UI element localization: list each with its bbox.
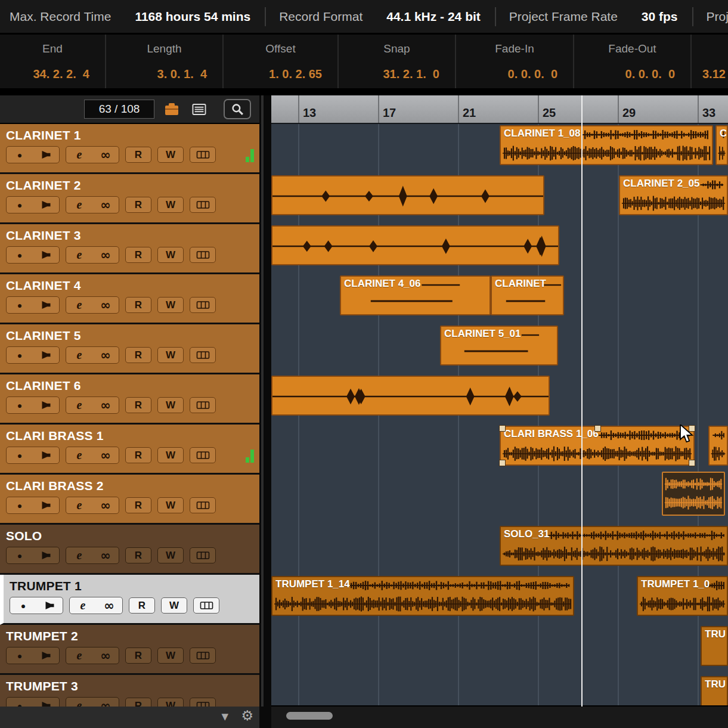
track-clarinet-1[interactable]: CLARINET 1●e∞RW bbox=[0, 124, 259, 174]
monitor-button[interactable] bbox=[36, 597, 63, 614]
audio-event[interactable] bbox=[271, 225, 559, 265]
track-trumpet-1[interactable]: TRUMPET 1●e∞RW bbox=[0, 575, 259, 625]
audio-event[interactable]: TRUMPET 1_14 bbox=[271, 576, 574, 616]
chevron-down-icon[interactable]: ▼ bbox=[221, 711, 228, 722]
edit-channel-button[interactable]: e bbox=[66, 347, 92, 363]
read-automation-button[interactable]: R bbox=[125, 547, 151, 563]
edit-channel-button[interactable]: e bbox=[66, 247, 92, 263]
write-automation-button[interactable]: W bbox=[157, 547, 184, 563]
transport-field-length[interactable]: Length3. 0. 1. 4 bbox=[106, 35, 224, 88]
edit-channel-button[interactable]: e bbox=[66, 197, 92, 213]
write-automation-button[interactable]: W bbox=[157, 698, 184, 707]
record-button[interactable]: ● bbox=[7, 447, 33, 463]
write-automation-button[interactable]: W bbox=[157, 497, 184, 513]
transport-field-snap[interactable]: Snap31. 2. 1. 0 bbox=[339, 35, 456, 88]
lanes-button[interactable] bbox=[190, 347, 216, 363]
clip-handle[interactable] bbox=[499, 460, 506, 466]
monitor-button[interactable] bbox=[33, 347, 59, 363]
timeline-grid[interactable]: CLARINET 1_08CCLARINET 2_05CLARINET 4_06… bbox=[271, 124, 728, 705]
read-automation-button[interactable]: R bbox=[125, 397, 151, 413]
track-clari-brass-2[interactable]: CLARI BRASS 2●e∞RW bbox=[0, 475, 259, 525]
inserts-bypass-button[interactable]: ∞ bbox=[92, 347, 119, 363]
track-list-button[interactable] bbox=[189, 100, 209, 119]
lanes-button[interactable] bbox=[193, 597, 219, 614]
lanes-button[interactable] bbox=[190, 147, 216, 163]
write-automation-button[interactable]: W bbox=[157, 347, 184, 363]
edit-channel-button[interactable]: e bbox=[70, 597, 96, 614]
lanes-button[interactable] bbox=[190, 397, 216, 413]
record-button[interactable]: ● bbox=[7, 497, 33, 513]
track-clarinet-3[interactable]: CLARINET 3●e∞RW bbox=[0, 224, 259, 274]
write-automation-button[interactable]: W bbox=[157, 447, 184, 463]
write-automation-button[interactable]: W bbox=[157, 397, 184, 413]
inserts-bypass-button[interactable]: ∞ bbox=[92, 648, 119, 664]
edit-channel-button[interactable]: e bbox=[66, 497, 92, 513]
track-clarinet-4[interactable]: CLARINET 4●e∞RW bbox=[0, 274, 259, 324]
inserts-bypass-button[interactable]: ∞ bbox=[92, 397, 119, 413]
record-button[interactable]: ● bbox=[7, 648, 33, 664]
lanes-button[interactable] bbox=[190, 648, 216, 664]
monitor-button[interactable] bbox=[33, 648, 59, 664]
lanes-button[interactable] bbox=[190, 297, 216, 313]
lanes-button[interactable] bbox=[190, 698, 216, 707]
record-button[interactable]: ● bbox=[7, 147, 33, 163]
audio-event[interactable]: SOLO_31 bbox=[500, 526, 728, 566]
record-button[interactable]: ● bbox=[7, 247, 33, 263]
read-automation-button[interactable]: R bbox=[125, 347, 151, 363]
record-button[interactable]: ● bbox=[7, 698, 33, 707]
audio-event[interactable] bbox=[662, 472, 725, 516]
track-trumpet-3[interactable]: TRUMPET 3●e∞RW bbox=[0, 675, 259, 707]
audio-event[interactable]: CLARINET 1_08 bbox=[500, 125, 713, 165]
write-automation-button[interactable]: W bbox=[157, 648, 184, 664]
audio-event[interactable]: CLARI BRASS 1_06 bbox=[500, 426, 695, 466]
clip-handle[interactable] bbox=[689, 460, 695, 466]
edit-channel-button[interactable]: e bbox=[66, 147, 92, 163]
lanes-button[interactable] bbox=[190, 247, 216, 263]
audio-event[interactable] bbox=[708, 426, 728, 466]
audio-event[interactable]: CLARINET 5_01 bbox=[440, 326, 558, 365]
read-automation-button[interactable]: R bbox=[125, 698, 151, 707]
clip-handle[interactable] bbox=[594, 425, 601, 432]
inserts-bypass-button[interactable]: ∞ bbox=[92, 447, 119, 463]
audio-event[interactable]: C bbox=[715, 125, 728, 165]
record-button[interactable]: ● bbox=[7, 547, 33, 563]
lanes-button[interactable] bbox=[190, 497, 216, 513]
monitor-button[interactable] bbox=[33, 397, 59, 413]
monitor-button[interactable] bbox=[33, 698, 59, 707]
record-button[interactable]: ● bbox=[7, 197, 33, 213]
edit-channel-button[interactable]: e bbox=[66, 297, 92, 313]
inserts-bypass-button[interactable]: ∞ bbox=[92, 698, 119, 707]
track-solo[interactable]: SOLO●e∞RW bbox=[0, 525, 259, 575]
read-automation-button[interactable]: R bbox=[125, 447, 151, 463]
monitor-button[interactable] bbox=[33, 147, 59, 163]
audio-event[interactable]: TRUMPET 1_0 bbox=[637, 576, 728, 616]
lanes-button[interactable] bbox=[190, 547, 216, 563]
audio-event[interactable]: CLARINET bbox=[491, 275, 564, 315]
monitor-button[interactable] bbox=[33, 497, 59, 513]
read-automation-button[interactable]: R bbox=[125, 147, 151, 163]
audio-event[interactable] bbox=[271, 376, 550, 416]
track-trumpet-2[interactable]: TRUMPET 2●e∞RW bbox=[0, 625, 259, 675]
inserts-bypass-button[interactable]: ∞ bbox=[92, 547, 119, 563]
write-automation-button[interactable]: W bbox=[157, 147, 184, 163]
inserts-bypass-button[interactable]: ∞ bbox=[96, 597, 122, 614]
transport-field-fadeout[interactable]: Fade-Out0. 0. 0. 0 bbox=[574, 35, 692, 88]
read-automation-button[interactable]: R bbox=[125, 497, 151, 513]
audio-event[interactable] bbox=[271, 175, 544, 215]
track-clarinet-2[interactable]: CLARINET 2●e∞RW bbox=[0, 174, 259, 224]
search-button[interactable] bbox=[224, 99, 251, 119]
audio-event[interactable]: TRU bbox=[701, 626, 728, 666]
transport-field-extra[interactable]: 3.12 bbox=[692, 35, 728, 88]
read-automation-button[interactable]: R bbox=[125, 297, 151, 313]
inserts-bypass-button[interactable]: ∞ bbox=[92, 297, 119, 313]
edit-channel-button[interactable]: e bbox=[66, 547, 92, 563]
audio-event[interactable]: CLARINET 4_06 bbox=[340, 275, 491, 315]
read-automation-button[interactable]: R bbox=[129, 597, 155, 614]
track-preset-button[interactable] bbox=[162, 100, 182, 119]
track-clari-brass-1[interactable]: CLARI BRASS 1●e∞RW bbox=[0, 425, 259, 475]
edit-channel-button[interactable]: e bbox=[66, 698, 92, 707]
monitor-button[interactable] bbox=[33, 297, 59, 313]
edit-channel-button[interactable]: e bbox=[66, 648, 92, 664]
record-button[interactable]: ● bbox=[7, 297, 33, 313]
edit-channel-button[interactable]: e bbox=[66, 397, 92, 413]
